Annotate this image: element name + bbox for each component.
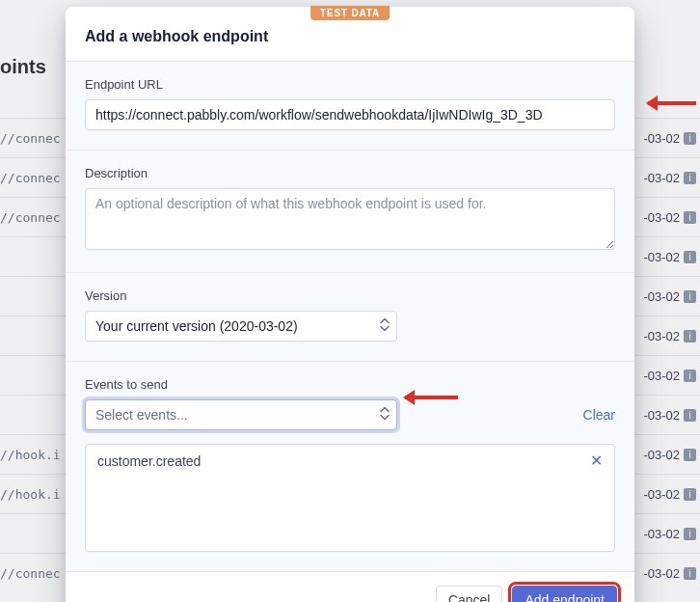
events-select[interactable]: Select events...: [85, 399, 397, 430]
version-section: Version Your current version (2020-03-02…: [66, 273, 634, 362]
description-textarea[interactable]: [85, 188, 615, 250]
event-item: customer.created ✕: [86, 445, 614, 478]
version-label: Version: [85, 288, 615, 303]
events-section: Events to send Select events... Clear cu…: [66, 362, 634, 571]
event-name: customer.created: [97, 453, 201, 469]
add-webhook-modal: TEST DATA Add a webhook endpoint Endpoin…: [66, 7, 634, 602]
version-select[interactable]: Your current version (2020-03-02): [85, 311, 397, 342]
annotation-arrow: [405, 396, 458, 399]
endpoint-url-input[interactable]: [85, 99, 615, 130]
add-endpoint-button[interactable]: Add endpoint: [512, 586, 617, 602]
cancel-button[interactable]: Cancel: [436, 586, 503, 602]
selected-events-box: customer.created ✕: [85, 444, 615, 552]
description-section: Description: [66, 150, 634, 273]
endpoint-url-label: Endpoint URL: [85, 77, 615, 92]
events-label: Events to send: [85, 377, 615, 392]
description-label: Description: [85, 166, 615, 180]
remove-event-icon[interactable]: ✕: [590, 453, 603, 469]
clear-events-link[interactable]: Clear: [583, 407, 615, 423]
modal-footer: Cancel Add endpoint: [66, 572, 634, 602]
annotation-arrow: [648, 101, 696, 105]
endpoint-url-section: Endpoint URL: [66, 62, 634, 150]
test-data-badge: TEST DATA: [310, 6, 390, 20]
